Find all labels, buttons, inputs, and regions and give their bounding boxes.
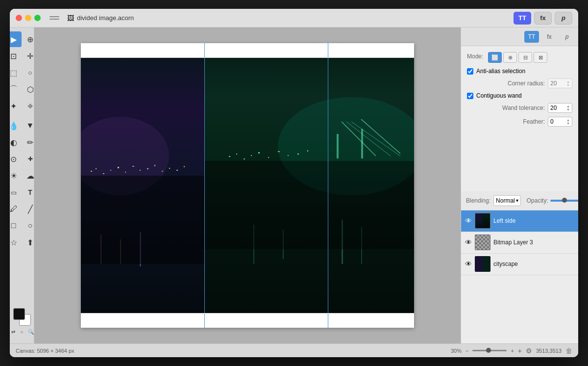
swap-colors-icon[interactable]: ⇄ xyxy=(10,328,17,336)
sun-tool[interactable]: ☀ xyxy=(10,168,22,183)
rect-shape-tool[interactable]: ▭ xyxy=(10,184,22,200)
svg-rect-26 xyxy=(229,156,230,157)
feather-row: Feather: 0 ▲ ▼ xyxy=(467,117,572,127)
wand-tolerance-row: Wand tolerance: 20 ▲ ▼ xyxy=(467,103,572,113)
layer-name-2: Bitmap Layer 3 xyxy=(493,239,574,246)
blending-row: Blending: Normal ▾ Opacity: 100% xyxy=(461,191,578,210)
anti-alias-checkbox[interactable] xyxy=(467,68,473,75)
layer-visibility-icon-3[interactable]: 👁 xyxy=(465,260,472,268)
zoom-plus-icon[interactable]: + xyxy=(511,348,514,354)
wand-tolerance-input[interactable]: 20 ▲ ▼ xyxy=(548,103,572,113)
svg-rect-33 xyxy=(288,155,289,156)
magic-wand-tool[interactable]: ✦ xyxy=(10,98,22,114)
tool-row-8: ⊙ ✚ xyxy=(10,151,38,167)
lasso-tool[interactable]: ⌒ xyxy=(10,81,22,97)
contiguous-wand-row: Contiguous wand xyxy=(467,92,572,99)
opacity-label: Opacity: xyxy=(527,197,548,204)
svg-rect-30 xyxy=(258,152,260,154)
reset-colors-icon[interactable]: ○ xyxy=(18,328,26,336)
tool-panel: ▶ ⊕ ⊡ ✛ ⬚ ○ ⌒ ⬡ ✦ ⎆ 💧 ▼ xyxy=(10,27,34,343)
svg-rect-14 xyxy=(184,166,185,167)
layer-visibility-icon-1[interactable]: 👁 xyxy=(465,217,472,225)
svg-rect-13 xyxy=(176,170,178,171)
foreground-color-swatch[interactable] xyxy=(13,308,25,320)
svg-rect-9 xyxy=(147,168,148,169)
opacity-row: Opacity: 100% xyxy=(527,197,578,204)
delete-layer-icon[interactable]: 🗑 xyxy=(565,347,572,355)
layer-item-left-side[interactable]: 👁 Left side xyxy=(461,210,578,232)
filename-label: divided image.acorn xyxy=(77,14,134,22)
svg-rect-6 xyxy=(125,172,126,173)
rect-draw-tool[interactable]: □ xyxy=(10,218,22,234)
tool-row-6: 💧 ▼ xyxy=(10,118,38,133)
zoom-icon[interactable]: 🔍 xyxy=(27,328,35,336)
file-icon: 🖼 xyxy=(67,14,74,22)
zoom-slider-thumb xyxy=(486,348,491,353)
inspector-tab-p[interactable]: p xyxy=(560,31,574,43)
layer-item-bitmap-3[interactable]: 👁 Bitmap Layer 3 xyxy=(461,232,578,254)
sidebar-toggle[interactable] xyxy=(49,14,59,22)
tool-row-7: ◐ ✏ xyxy=(10,134,38,150)
tool-row-13: ☆ ⬆ xyxy=(10,235,38,250)
feather-input[interactable]: 0 ▲ ▼ xyxy=(548,117,572,127)
svg-rect-7 xyxy=(132,166,134,167)
tool-row-3: ⬚ ○ xyxy=(10,65,38,80)
contiguous-wand-checkbox[interactable] xyxy=(467,93,473,99)
wand-tolerance-label: Wand tolerance: xyxy=(467,105,545,111)
svg-rect-2 xyxy=(96,168,97,169)
text-tool-button[interactable]: TT xyxy=(514,12,531,25)
svg-rect-34 xyxy=(297,154,299,155)
guide-bottom-v2 xyxy=(328,314,328,328)
maximize-button[interactable] xyxy=(34,15,41,21)
svg-rect-29 xyxy=(251,155,252,156)
svg-rect-12 xyxy=(169,168,170,169)
blending-select[interactable]: Normal ▾ xyxy=(493,195,521,206)
window-title: 🖼 divided image.acorn xyxy=(67,14,134,22)
feather-label: Feather: xyxy=(467,118,545,125)
layer-item-cityscape[interactable]: 👁 cityscape xyxy=(461,254,578,275)
corner-radius-input[interactable]: 20 ▲ ▼ xyxy=(548,78,572,88)
tool-row-10: ▭ T xyxy=(10,184,38,200)
star-tool[interactable]: ☆ xyxy=(10,235,22,250)
inspector-tab-fx[interactable]: fx xyxy=(542,31,557,43)
app-window: 🖼 divided image.acorn TT fx p ▶ ⊕ ⊡ ✛ ⬚ … xyxy=(10,9,578,357)
color-swatches[interactable] xyxy=(13,308,31,326)
zoom-slider[interactable] xyxy=(472,350,507,351)
svg-rect-25 xyxy=(361,129,363,158)
eyedropper-tool[interactable]: 💧 xyxy=(10,118,22,133)
layer-visibility-icon-2[interactable]: 👁 xyxy=(465,238,472,246)
canvas-image xyxy=(81,58,414,313)
minimize-button[interactable] xyxy=(25,15,31,21)
mode-section: Mode: ⬜ ⊕ ⊟ ⊠ xyxy=(467,52,572,63)
svg-rect-28 xyxy=(244,158,245,159)
svg-rect-32 xyxy=(278,151,280,152)
mode-btn-add[interactable]: ⊕ xyxy=(503,52,517,63)
crop-tool[interactable]: ⊡ xyxy=(10,48,22,64)
wand-tolerance-value: 20 xyxy=(550,105,557,111)
mode-btn-subtract[interactable]: ⊟ xyxy=(518,52,532,63)
gradient-tool[interactable]: ◐ xyxy=(10,134,22,150)
left-image-panel xyxy=(81,58,204,313)
close-button[interactable] xyxy=(16,15,22,21)
settings-icon[interactable]: ⚙ xyxy=(526,347,532,355)
inspector-tab-text[interactable]: TT xyxy=(524,31,539,43)
inspector-toolbar: TT fx p xyxy=(461,27,578,46)
move-tool[interactable]: ▶ xyxy=(10,31,22,47)
anti-alias-row: Anti-alias selection xyxy=(467,68,572,75)
canvas-area[interactable] xyxy=(34,27,461,343)
add-layer-icon[interactable]: + xyxy=(518,347,522,355)
clone-tool[interactable]: ⊙ xyxy=(10,151,22,167)
tool-row-1: ▶ ⊕ xyxy=(10,31,38,47)
swap-reset-row: ⇄ ○ 🔍 xyxy=(10,328,35,336)
mode-btn-replace[interactable]: ⬜ xyxy=(488,52,502,63)
opacity-slider[interactable] xyxy=(550,200,578,202)
mode-btn-intersect[interactable]: ⊠ xyxy=(534,52,547,63)
pen-tool[interactable]: 🖊 xyxy=(10,201,22,217)
guide-line-vertical-1 xyxy=(204,58,205,313)
inspector-content: Mode: ⬜ ⊕ ⊟ ⊠ Anti-alias selection xyxy=(461,46,578,191)
zoom-minus-icon[interactable]: − xyxy=(466,348,468,354)
svg-rect-40 xyxy=(204,161,414,249)
fx-button[interactable]: fx xyxy=(534,12,552,25)
p-button[interactable]: p xyxy=(555,12,572,25)
rect-select-tool[interactable]: ⬚ xyxy=(10,65,22,80)
